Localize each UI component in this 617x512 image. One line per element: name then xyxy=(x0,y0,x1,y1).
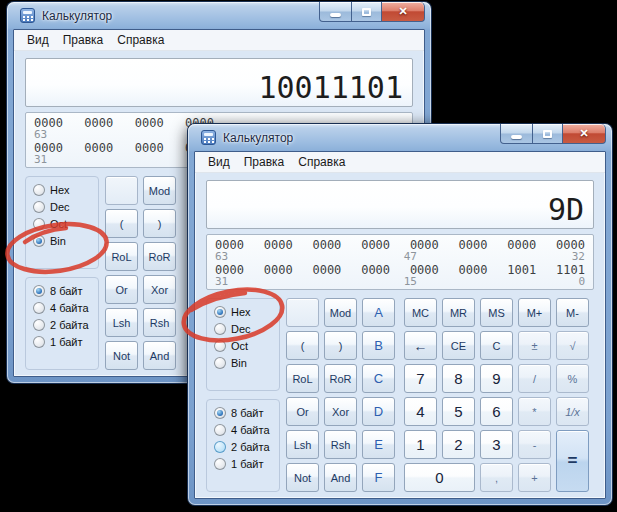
menu-help[interactable]: Справка xyxy=(291,153,352,171)
radio-dec[interactable]: Dec xyxy=(33,201,98,213)
button-7[interactable]: 7 xyxy=(404,364,437,393)
bit-group[interactable]: 0000 xyxy=(312,264,341,276)
bit-group[interactable]: 0000 xyxy=(135,142,164,154)
bit-group[interactable]: 0000 xyxy=(84,142,113,154)
button-equals[interactable]: = xyxy=(556,430,589,492)
button-9[interactable]: 9 xyxy=(480,364,513,393)
minimize-button[interactable] xyxy=(500,124,533,144)
button-not[interactable]: Not xyxy=(286,463,319,492)
button-ror[interactable]: RoR xyxy=(324,364,357,393)
radio-oct[interactable]: Oct xyxy=(214,340,279,352)
close-button[interactable]: ✕ xyxy=(381,2,425,22)
close-button[interactable]: ✕ xyxy=(562,124,606,144)
button-e[interactable]: E xyxy=(362,430,395,459)
button-mod[interactable]: Mod xyxy=(143,176,176,205)
button-and[interactable]: And xyxy=(143,341,176,370)
button-backspace[interactable]: ← xyxy=(404,331,437,360)
radio-4byte[interactable]: 4 байта xyxy=(214,424,279,436)
radio-2byte[interactable]: 2 байта xyxy=(33,319,98,331)
bit-group[interactable]: 0000 xyxy=(135,117,164,129)
bit-group[interactable]: 0000 xyxy=(312,239,341,251)
menu-edit[interactable]: Правка xyxy=(237,153,292,171)
radio-hex[interactable]: Hex xyxy=(214,306,279,318)
radio-bin[interactable]: Bin xyxy=(214,357,279,369)
button-ror[interactable]: RoR xyxy=(143,242,176,271)
bit-group[interactable]: 0000 xyxy=(264,264,293,276)
button-1[interactable]: 1 xyxy=(404,430,437,459)
button-close-paren[interactable]: ) xyxy=(143,209,176,238)
button-ms[interactable]: MS xyxy=(480,298,513,327)
button-xor[interactable]: Xor xyxy=(324,397,357,426)
bit-group[interactable]: 0000 xyxy=(361,239,390,251)
button-subtract[interactable]: - xyxy=(518,430,551,459)
radio-hex[interactable]: Hex xyxy=(33,184,98,196)
bit-group[interactable]: 1001 xyxy=(507,264,536,276)
button-8[interactable]: 8 xyxy=(442,364,475,393)
button-rsh[interactable]: Rsh xyxy=(143,308,176,337)
button-a[interactable]: A xyxy=(362,298,395,327)
radio-oct[interactable]: Oct xyxy=(33,218,98,230)
button-clear[interactable]: C xyxy=(480,331,513,360)
button-m-plus[interactable]: M+ xyxy=(518,298,551,327)
menu-view[interactable]: Вид xyxy=(201,153,237,171)
radio-8byte[interactable]: 8 байт xyxy=(33,285,98,297)
button-not[interactable]: Not xyxy=(105,341,138,370)
button-mr[interactable]: MR xyxy=(442,298,475,327)
maximize-button[interactable] xyxy=(352,2,381,22)
button-d[interactable]: D xyxy=(362,397,395,426)
button-reciprocal[interactable]: 1/x xyxy=(556,397,589,426)
button-rsh[interactable]: Rsh xyxy=(324,430,357,459)
button-5[interactable]: 5 xyxy=(442,397,475,426)
button-3[interactable]: 3 xyxy=(480,430,513,459)
button-ce[interactable]: CE xyxy=(442,331,475,360)
button-rol[interactable]: RoL xyxy=(105,242,138,271)
button-divide[interactable]: / xyxy=(518,364,551,393)
radio-1byte[interactable]: 1 байт xyxy=(214,458,279,470)
button-4[interactable]: 4 xyxy=(404,397,437,426)
button-rol[interactable]: RoL xyxy=(286,364,319,393)
bit-group[interactable]: 0000 xyxy=(459,239,488,251)
button-2[interactable]: 2 xyxy=(442,430,475,459)
bit-group[interactable]: 0000 xyxy=(264,239,293,251)
button-multiply[interactable]: * xyxy=(518,397,551,426)
radio-2byte[interactable]: 2 байта xyxy=(214,441,279,453)
button-f[interactable]: F xyxy=(362,463,395,492)
minimize-button[interactable] xyxy=(319,2,352,22)
bit-group[interactable]: 0000 xyxy=(361,264,390,276)
button-xor[interactable]: Xor xyxy=(143,275,176,304)
button-6[interactable]: 6 xyxy=(480,397,513,426)
button-lsh[interactable]: Lsh xyxy=(286,430,319,459)
button-add[interactable]: + xyxy=(518,463,551,492)
radio-1byte[interactable]: 1 байт xyxy=(33,336,98,348)
radio-dec[interactable]: Dec xyxy=(214,323,279,335)
button-percent[interactable]: % xyxy=(556,364,589,393)
button-or[interactable]: Or xyxy=(286,397,319,426)
maximize-button[interactable] xyxy=(533,124,562,144)
button-c-hex[interactable]: C xyxy=(362,364,395,393)
button-sqrt[interactable]: √ xyxy=(556,331,589,360)
button-decimal[interactable]: , xyxy=(480,463,513,492)
button-close-paren[interactable]: ) xyxy=(324,331,357,360)
button-open-paren[interactable]: ( xyxy=(105,209,138,238)
bit-group[interactable]: 0000 xyxy=(84,117,113,129)
button-and[interactable]: And xyxy=(324,463,357,492)
radio-bin[interactable]: Bin xyxy=(33,235,98,247)
button-0[interactable]: 0 xyxy=(404,463,475,492)
button-or[interactable]: Or xyxy=(105,275,138,304)
menu-help[interactable]: Справка xyxy=(110,31,171,49)
radio-8byte[interactable]: 8 байт xyxy=(214,407,279,419)
maximize-icon xyxy=(543,130,552,138)
button-negate[interactable]: ± xyxy=(518,331,551,360)
radio-indicator xyxy=(33,302,45,314)
button-b[interactable]: B xyxy=(362,331,395,360)
button-m-minus[interactable]: M- xyxy=(556,298,589,327)
button-mod[interactable]: Mod xyxy=(324,298,357,327)
radio-4byte[interactable]: 4 байта xyxy=(33,302,98,314)
button-mc[interactable]: MC xyxy=(404,298,437,327)
menu-view[interactable]: Вид xyxy=(20,31,56,49)
bit-group[interactable]: 0000 xyxy=(507,239,536,251)
button-lsh[interactable]: Lsh xyxy=(105,308,138,337)
menu-edit[interactable]: Правка xyxy=(56,31,111,49)
button-open-paren[interactable]: ( xyxy=(286,331,319,360)
bit-group[interactable]: 0000 xyxy=(459,264,488,276)
